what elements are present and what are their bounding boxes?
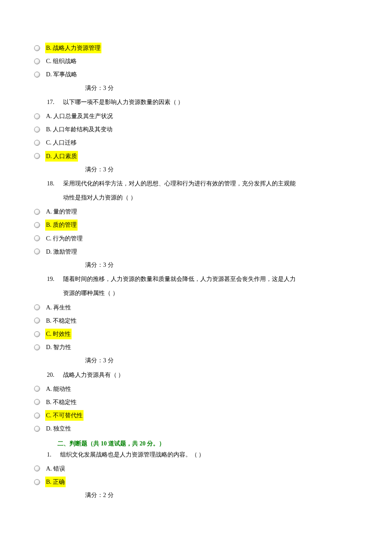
radio-icon[interactable] (34, 58, 40, 64)
option-row: A. 再生性 (34, 302, 358, 313)
radio-icon[interactable] (34, 140, 40, 146)
score-text: 满分：3 分 (85, 83, 358, 93)
judge-question-1: 1. 组织文化发展战略也是人力资源管理战略的内容。（ ） (47, 449, 358, 460)
question-number: 1. (47, 449, 52, 460)
option-text: B. 战略人力资源管理 (45, 43, 101, 53)
radio-icon[interactable] (34, 304, 40, 310)
question-number: 20. (47, 370, 55, 380)
option-row: A. 人口总量及其生产状况 (34, 111, 358, 121)
question-number: 19. (47, 274, 55, 284)
option-text: D. 智力性 (45, 342, 72, 353)
question-18: 18. 采用现代化的科学方法，对人的思想、心理和行为进行有效的管理，充分发挥人的… (47, 178, 358, 189)
radio-icon[interactable] (34, 399, 40, 405)
question-text: 以下哪一项不是影响人力资源数量的因素（ ） (63, 97, 358, 107)
option-text: B. 正确 (45, 477, 66, 487)
option-row: A. 能动性 (34, 384, 358, 394)
question-text: 组织文化发展战略也是人力资源管理战略的内容。（ ） (60, 449, 358, 460)
option-text: C. 人口迁移 (45, 137, 78, 148)
option-row: B. 战略人力资源管理 (34, 43, 358, 53)
option-row: D. 人口素质 (34, 151, 358, 162)
option-row: C. 组织战略 (34, 56, 358, 66)
radio-icon[interactable] (34, 318, 40, 324)
radio-icon[interactable] (34, 479, 40, 485)
option-text: B. 不稳定性 (45, 397, 78, 408)
radio-icon[interactable] (34, 209, 40, 215)
radio-icon[interactable] (34, 249, 40, 254)
option-row: C. 不可替代性 (34, 410, 358, 421)
option-row: B. 质的管理 (34, 220, 358, 230)
score-text: 满分：3 分 (85, 260, 358, 270)
question-17: 17. 以下哪一项不是影响人力资源数量的因素（ ） (47, 97, 358, 107)
radio-icon[interactable] (34, 72, 40, 78)
score-text: 满分：2 分 (85, 490, 358, 500)
option-row: B. 人口年龄结构及其变动 (34, 124, 358, 135)
radio-icon[interactable] (34, 344, 40, 350)
score-text: 满分：3 分 (85, 355, 358, 366)
option-text: D. 激励管理 (45, 246, 78, 257)
question-number: 17. (47, 97, 55, 107)
radio-icon[interactable] (34, 413, 40, 419)
option-row: D. 军事战略 (34, 69, 358, 80)
option-text: B. 不稳定性 (45, 315, 78, 326)
option-text: A. 再生性 (45, 302, 72, 313)
radio-icon[interactable] (34, 113, 40, 119)
option-row: C. 时效性 (34, 329, 358, 339)
radio-icon[interactable] (34, 426, 40, 432)
question-text: 战略人力资源具有（ ） (63, 370, 358, 380)
option-text: C. 行为的管理 (45, 233, 84, 244)
option-text: C. 组织战略 (45, 56, 78, 66)
radio-icon[interactable] (34, 153, 40, 159)
option-text: D. 军事战略 (45, 69, 78, 80)
radio-icon[interactable] (34, 222, 40, 228)
radio-icon[interactable] (34, 386, 40, 392)
question-number: 18. (47, 178, 55, 189)
option-row: D. 智力性 (34, 342, 358, 353)
option-text: C. 不可替代性 (45, 410, 84, 421)
question-20: 20. 战略人力资源具有（ ） (47, 370, 358, 380)
option-row: D. 激励管理 (34, 246, 358, 257)
radio-icon[interactable] (34, 235, 40, 241)
option-text: B. 质的管理 (45, 220, 78, 230)
question-text: 随着时间的推移，人力资源的数量和质量就会降低，人力资源甚至会丧失作用，这是人力 (63, 274, 358, 284)
option-row: A. 错误 (34, 463, 358, 474)
radio-icon[interactable] (34, 45, 40, 51)
option-text: D. 独立性 (45, 423, 72, 434)
option-text: C. 时效性 (45, 329, 72, 339)
option-row: C. 行为的管理 (34, 233, 358, 244)
radio-icon[interactable] (34, 127, 40, 133)
section-header: 二、判断题（共 10 道试题，共 20 分。） (58, 438, 358, 449)
option-text: B. 人口年龄结构及其变动 (45, 124, 113, 135)
radio-icon[interactable] (34, 331, 40, 337)
option-row: D. 独立性 (34, 423, 358, 434)
question-text-cont: 资源的哪种属性（ ） (63, 288, 358, 298)
option-text: A. 能动性 (45, 384, 72, 394)
question-19: 19. 随着时间的推移，人力资源的数量和质量就会降低，人力资源甚至会丧失作用，这… (47, 274, 358, 284)
option-row: B. 不稳定性 (34, 315, 358, 326)
score-text: 满分：3 分 (85, 164, 358, 175)
option-text: A. 量的管理 (45, 206, 78, 217)
option-text: A. 错误 (45, 463, 66, 474)
option-text: A. 人口总量及其生产状况 (45, 111, 114, 121)
option-row: B. 不稳定性 (34, 397, 358, 408)
option-row: B. 正确 (34, 477, 358, 487)
option-row: A. 量的管理 (34, 206, 358, 217)
question-text-cont: 动性是指对人力资源的（ ） (63, 192, 358, 203)
question-text: 采用现代化的科学方法，对人的思想、心理和行为进行有效的管理，充分发挥人的主观能 (63, 178, 358, 189)
option-row: C. 人口迁移 (34, 137, 358, 148)
radio-icon[interactable] (34, 465, 40, 471)
option-text: D. 人口素质 (45, 151, 78, 162)
